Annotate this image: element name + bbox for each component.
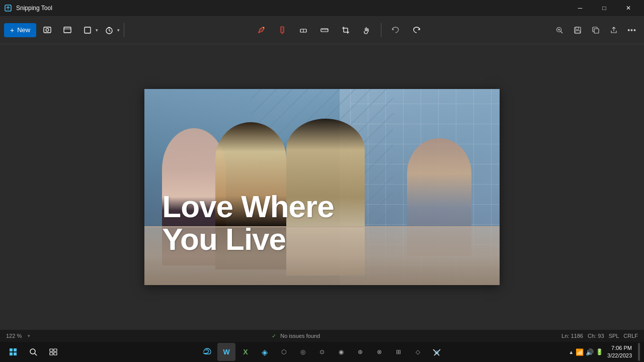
svg-rect-29 — [594, 29, 599, 33]
status-center: ✓ No issues found — [272, 333, 320, 339]
status-check-icon: ✓ — [272, 333, 276, 339]
svg-point-2 — [46, 28, 49, 31]
taskbar-center-apps: W X ◈ ⬡ ◎ ⊙ ◉ ⊕ ⊗ ⊞ ◇ — [198, 343, 446, 361]
date-display: 3/22/2023 — [607, 352, 632, 359]
svg-rect-3 — [64, 27, 71, 33]
taskbar-vscode-icon[interactable]: ◈ — [256, 343, 274, 361]
zoom-button[interactable] — [551, 22, 568, 38]
toolbar-center — [128, 21, 549, 39]
more-options-button[interactable]: ••• — [624, 22, 640, 38]
taskbar-app4-icon[interactable]: ◉ — [332, 343, 350, 361]
system-clock[interactable]: 7:06 PM 3/22/2023 — [607, 344, 632, 360]
zoom-level: 122 % — [6, 333, 22, 339]
start-button[interactable] — [4, 343, 22, 361]
taskbar-app1-icon[interactable]: ⬡ — [275, 343, 293, 361]
sys-volume-icon[interactable]: 🔊 — [586, 348, 594, 356]
toolbar-right: ••• — [551, 22, 640, 38]
sys-icons: ▲ 📶 🔊 🔋 — [569, 348, 603, 356]
svg-rect-33 — [14, 352, 17, 355]
shape-dropdown-arrow: ▾ — [96, 28, 98, 33]
maximize-button[interactable]: □ — [593, 0, 616, 16]
sys-network-icon[interactable]: 📶 — [576, 348, 584, 356]
svg-rect-9 — [281, 27, 284, 33]
snip-photo-button[interactable] — [38, 21, 56, 39]
show-desktop-button[interactable] — [638, 343, 640, 361]
svg-line-23 — [561, 31, 563, 33]
crop-button[interactable] — [337, 21, 355, 39]
task-view-button[interactable] — [44, 343, 62, 361]
mode-text: CRLF — [623, 333, 638, 339]
taskbar-app8-icon[interactable]: ◇ — [409, 343, 427, 361]
new-button[interactable]: + New — [4, 23, 36, 37]
timer-button[interactable] — [100, 21, 118, 39]
svg-rect-27 — [576, 27, 579, 30]
search-button[interactable] — [24, 343, 42, 361]
separator-1 — [124, 23, 124, 37]
highlighter-button[interactable] — [273, 21, 291, 39]
photo-background: Love Where You Live — [144, 89, 500, 285]
svg-rect-38 — [50, 352, 53, 355]
svg-point-34 — [30, 349, 35, 354]
sys-expand-icon[interactable]: ▲ — [569, 349, 574, 355]
svg-rect-31 — [14, 348, 17, 351]
separator-2 — [381, 23, 381, 37]
app-title: Snipping Tool — [16, 5, 52, 12]
window-snip-button[interactable] — [58, 21, 76, 39]
pen-tool-button[interactable] — [252, 21, 270, 39]
time-display: 7:06 PM — [607, 344, 632, 352]
ln-text: Ln: 1186 — [561, 333, 583, 339]
svg-rect-32 — [10, 352, 13, 355]
svg-rect-36 — [50, 349, 53, 351]
ch-text: Ch: 93 — [588, 333, 604, 339]
svg-rect-1 — [44, 27, 51, 33]
svg-rect-37 — [54, 349, 57, 351]
eraser-button[interactable] — [294, 21, 312, 39]
save-button[interactable] — [570, 22, 586, 38]
minimize-button[interactable]: ─ — [569, 0, 592, 16]
taskbar: W X ◈ ⬡ ◎ ⊙ ◉ ⊕ ⊗ ⊞ ◇ ▲ 📶 🔊 🔋 7:06 P — [0, 342, 644, 362]
taskbar-app3-icon[interactable]: ⊙ — [313, 343, 331, 361]
new-button-label: New — [17, 26, 30, 34]
plus-icon: + — [10, 26, 14, 34]
taskbar-edge-icon[interactable] — [198, 343, 216, 361]
share-button[interactable] — [606, 22, 622, 38]
spl-text: SPL — [609, 333, 619, 339]
undo-button[interactable] — [386, 21, 405, 39]
status-left: 122 % ▾ — [6, 333, 30, 339]
taskbar-word-icon[interactable]: W — [217, 343, 235, 361]
svg-rect-30 — [10, 348, 13, 351]
close-button[interactable]: ✕ — [617, 0, 640, 16]
screenshot-container: Love Where You Live — [144, 89, 500, 285]
dropdown-icon: ▾ — [28, 333, 30, 338]
title-bar-controls: ─ □ ✕ — [569, 0, 640, 16]
taskbar-app6-icon[interactable]: ⊗ — [370, 343, 388, 361]
overlay-line2: You Live — [162, 223, 481, 255]
ruler-button[interactable] — [315, 21, 334, 39]
title-bar: Snipping Tool ─ □ ✕ — [0, 0, 644, 16]
svg-rect-5 — [85, 27, 91, 33]
svg-rect-39 — [54, 352, 57, 355]
overlay-line1: Love Where — [162, 190, 481, 223]
shape-button[interactable] — [78, 21, 97, 39]
title-bar-left: Snipping Tool — [4, 4, 52, 12]
taskbar-system-tray: ▲ 📶 🔊 🔋 7:06 PM 3/22/2023 — [569, 343, 640, 361]
touch-button[interactable] — [358, 21, 376, 39]
redo-button[interactable] — [408, 21, 426, 39]
toolbar: + New ▾ ▾ — [0, 16, 644, 44]
taskbar-app2-icon[interactable]: ◎ — [294, 343, 312, 361]
svg-point-42 — [435, 351, 438, 354]
more-icon: ••• — [627, 26, 636, 34]
taskbar-app7-icon[interactable]: ⊞ — [389, 343, 408, 361]
taskbar-left — [4, 343, 62, 361]
status-text: No issues found — [280, 333, 320, 339]
taskbar-excel-icon[interactable]: X — [236, 343, 255, 361]
copy-button[interactable] — [588, 22, 604, 38]
svg-line-35 — [35, 353, 37, 355]
scene: Love Where You Live — [144, 89, 500, 285]
taskbar-app5-icon[interactable]: ⊕ — [351, 343, 369, 361]
taskbar-snipping-icon[interactable] — [428, 343, 446, 361]
sys-battery-icon: 🔋 — [596, 348, 603, 355]
status-bar: 122 % ▾ ✓ No issues found Ln: 1186 Ch: 9… — [0, 330, 644, 342]
svg-rect-28 — [575, 31, 580, 33]
overlay-text: Love Where You Live — [162, 190, 481, 255]
